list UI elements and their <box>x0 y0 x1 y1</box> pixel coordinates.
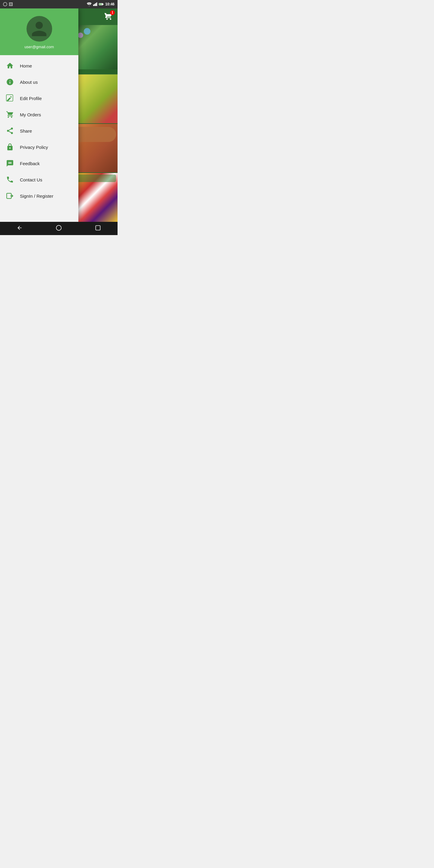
status-left-icons <box>3 2 13 6</box>
status-right-icons: 10:46 <box>87 2 115 6</box>
sidebar-item-home[interactable]: Home <box>0 58 79 74</box>
svg-point-9 <box>7 130 9 132</box>
svg-rect-13 <box>96 225 100 230</box>
home-icon <box>5 62 14 70</box>
orders-label: My Orders <box>20 112 41 117</box>
sidebar-item-share[interactable]: Share <box>0 123 79 139</box>
feedback-label: Feedback <box>20 161 40 166</box>
signin-label: SignIn / Register <box>20 193 53 198</box>
signal-icon <box>93 2 97 6</box>
sidebar-item-signin[interactable]: SignIn / Register <box>0 188 79 204</box>
sidebar-item-about[interactable]: About us <box>0 74 79 90</box>
back-icon <box>17 225 23 231</box>
phone-icon <box>5 176 14 184</box>
sidebar-item-feedback[interactable]: Feedback <box>0 155 79 172</box>
signin-icon <box>5 192 14 200</box>
svg-rect-1 <box>94 4 95 6</box>
share-label: Share <box>20 128 32 133</box>
svg-point-8 <box>11 127 13 130</box>
edit-icon <box>5 94 14 102</box>
home-button[interactable] <box>50 223 68 234</box>
sidebar-item-privacy[interactable]: Privacy Policy <box>0 139 79 155</box>
drawer-header: user@gmail.com <box>0 8 79 55</box>
avatar-icon <box>30 20 48 38</box>
bottom-nav <box>0 222 118 235</box>
svg-rect-0 <box>93 4 94 6</box>
info-icon <box>5 78 14 86</box>
sim-icon <box>9 2 13 6</box>
svg-rect-5 <box>103 4 104 4</box>
sidebar-item-orders[interactable]: My Orders <box>0 106 79 123</box>
recents-button[interactable] <box>89 223 107 234</box>
menu-list: Home About us Edit Pr <box>0 55 79 222</box>
home-nav-icon <box>56 225 62 231</box>
about-label: About us <box>20 80 38 85</box>
cart-button[interactable]: 1 <box>104 12 113 22</box>
cart-badge: 1 <box>110 10 115 15</box>
sidebar-item-contact[interactable]: Contact Us <box>0 172 79 188</box>
orders-icon <box>5 111 14 119</box>
user-email: user@gmail.com <box>24 44 54 49</box>
navigation-drawer: user@gmail.com Home About <box>0 8 79 222</box>
app-container: 1 <box>0 8 118 222</box>
wifi-icon <box>87 2 92 6</box>
notification-icon <box>3 2 7 6</box>
back-button[interactable] <box>10 223 29 234</box>
avatar <box>27 16 52 41</box>
share-icon <box>5 127 14 135</box>
svg-point-12 <box>56 225 61 230</box>
contact-label: Contact Us <box>20 177 42 182</box>
svg-point-10 <box>11 132 13 134</box>
edit-profile-label: Edit Profile <box>20 96 42 101</box>
time-display: 10:46 <box>105 2 115 6</box>
recents-icon <box>95 225 101 231</box>
sidebar-item-edit-profile[interactable]: Edit Profile <box>0 90 79 106</box>
lock-icon <box>5 143 14 151</box>
feedback-icon <box>5 159 14 167</box>
battery-icon <box>99 2 104 6</box>
svg-rect-2 <box>95 3 96 6</box>
svg-rect-3 <box>96 2 97 6</box>
status-bar: 10:46 <box>0 0 118 8</box>
privacy-label: Privacy Policy <box>20 145 48 150</box>
home-label: Home <box>20 63 32 68</box>
